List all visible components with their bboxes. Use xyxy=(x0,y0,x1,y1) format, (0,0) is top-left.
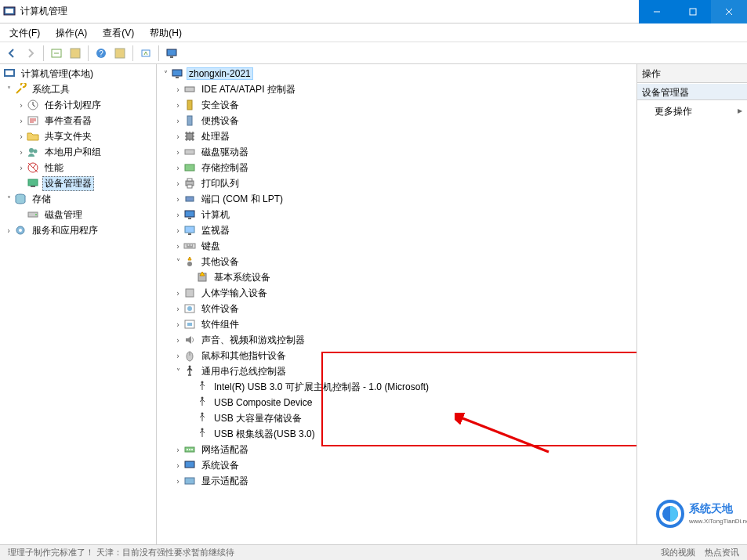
scan-button[interactable] xyxy=(137,45,154,62)
expander-icon[interactable]: ˅ xyxy=(172,367,183,376)
maximize-button[interactable] xyxy=(675,0,711,23)
expander-icon[interactable]: ˅ xyxy=(160,70,171,78)
device-other[interactable]: ˅其他设备 xyxy=(157,254,636,269)
expander-icon[interactable]: › xyxy=(172,211,183,219)
cpu-icon xyxy=(183,130,196,143)
expander-icon[interactable]: › xyxy=(16,117,27,125)
properties-button[interactable] xyxy=(67,45,84,62)
expander-icon[interactable]: › xyxy=(172,336,183,345)
svg-rect-42 xyxy=(188,218,191,219)
expander-icon[interactable]: › xyxy=(172,226,183,235)
device-computer[interactable]: ›计算机 xyxy=(157,207,636,222)
expander-icon[interactable]: › xyxy=(172,195,183,204)
device-software-dev[interactable]: ›软件设备 xyxy=(157,301,636,316)
expander-icon[interactable]: › xyxy=(172,132,183,141)
tree-storage[interactable]: ˅ 存储 xyxy=(0,191,156,207)
device-print-queue[interactable]: ›打印队列 xyxy=(157,175,636,191)
tree-services-apps[interactable]: › 服务和应用程序 xyxy=(0,222,156,238)
up-button[interactable] xyxy=(48,45,65,62)
watermark-title: 系统天地 xyxy=(688,502,734,515)
monitor-button[interactable] xyxy=(163,45,180,62)
device-system-devices[interactable]: ›系统设备 xyxy=(157,457,636,473)
expander-icon[interactable]: › xyxy=(172,179,183,188)
back-button[interactable] xyxy=(3,45,20,62)
tree-performance[interactable]: › 性能 xyxy=(0,160,156,175)
tree-task-scheduler[interactable]: › 任务计划程序 xyxy=(0,97,156,113)
tree-device-manager[interactable]: · 设备管理器 xyxy=(0,175,156,191)
tree-label: 存储 xyxy=(30,192,53,207)
expander-icon[interactable]: › xyxy=(16,148,27,157)
expander-icon[interactable]: › xyxy=(172,101,183,110)
close-button[interactable] xyxy=(711,0,747,23)
expander-icon[interactable]: › xyxy=(172,477,183,486)
device-security[interactable]: ›安全设备 xyxy=(157,97,636,113)
expander-icon[interactable]: › xyxy=(172,148,183,157)
tree-label: 软件设备 xyxy=(199,302,241,316)
device-usb-mass-storage[interactable]: ·USB 大容量存储设备 xyxy=(157,410,636,426)
svg-rect-23 xyxy=(31,186,35,187)
tree-system-tools[interactable]: ˅ 系统工具 xyxy=(0,81,156,97)
tree-disk-management[interactable]: · 磁盘管理 xyxy=(0,207,156,222)
svg-rect-34 xyxy=(187,133,193,139)
device-ide[interactable]: ›IDE ATA/ATAPI 控制器 xyxy=(157,81,636,97)
svg-text:?: ? xyxy=(99,49,103,58)
menu-help[interactable]: 帮助(H) xyxy=(142,24,190,42)
expander-icon[interactable]: ˅ xyxy=(3,195,14,204)
tree-label: 端口 (COM 和 LPT) xyxy=(199,192,285,207)
status-item[interactable]: 我的视频 xyxy=(661,547,695,550)
tree-event-viewer[interactable]: › 事件查看器 xyxy=(0,113,156,128)
device-portable[interactable]: ›便携设备 xyxy=(157,113,636,128)
expander-icon[interactable]: › xyxy=(3,226,14,235)
device-software-comp[interactable]: ›软件组件 xyxy=(157,316,636,332)
menu-action[interactable]: 操作(A) xyxy=(48,24,95,42)
device-ports[interactable]: ›端口 (COM 和 LPT) xyxy=(157,191,636,207)
menu-file[interactable]: 文件(F) xyxy=(2,24,48,42)
expander-icon[interactable]: › xyxy=(172,446,183,454)
svg-point-62 xyxy=(189,449,190,450)
expander-icon[interactable]: › xyxy=(172,320,183,329)
device-usb-intel[interactable]: ·Intel(R) USB 3.0 可扩展主机控制器 - 1.0 (Micros… xyxy=(157,379,636,395)
device-cpu[interactable]: ›处理器 xyxy=(157,128,636,144)
expander-icon[interactable]: › xyxy=(16,132,27,141)
expander-icon[interactable]: › xyxy=(16,164,27,172)
device-network[interactable]: ›网络适配器 xyxy=(157,442,636,457)
device-hid[interactable]: ›人体学输入设备 xyxy=(157,285,636,301)
menu-view[interactable]: 查看(V) xyxy=(95,24,142,42)
refresh-button[interactable] xyxy=(111,45,129,62)
left-tree-pane: 计算机管理(本地) ˅ 系统工具 › 任务计划程序 › 事件查看器 › 共享文件… xyxy=(0,64,157,550)
device-base-system[interactable]: ·基本系统设备 xyxy=(157,269,636,285)
device-storage-ctrl[interactable]: ›存储控制器 xyxy=(157,160,636,175)
forward-button[interactable] xyxy=(22,45,39,62)
device-root[interactable]: ˅ zhongxin-2021 xyxy=(157,66,636,81)
expander-icon[interactable]: › xyxy=(172,461,183,470)
device-monitor[interactable]: ›监视器 xyxy=(157,222,636,238)
device-sound[interactable]: ›声音、视频和游戏控制器 xyxy=(157,332,636,348)
expander-icon[interactable]: › xyxy=(172,164,183,172)
tree-local-users[interactable]: › 本地用户和组 xyxy=(0,144,156,160)
help-button[interactable]: ? xyxy=(92,45,110,62)
device-disk-drives[interactable]: ›磁盘驱动器 xyxy=(157,144,636,160)
svg-point-57 xyxy=(201,397,204,399)
device-usb-controllers[interactable]: ˅通用串行总线控制器 xyxy=(157,363,636,379)
expander-icon[interactable]: ˅ xyxy=(172,258,183,266)
device-usb-root-hub[interactable]: ·USB 根集线器(USB 3.0) xyxy=(157,426,636,442)
expander-icon[interactable]: › xyxy=(172,352,183,360)
more-actions-link[interactable]: 更多操作 ▸ xyxy=(637,100,747,123)
expander-icon[interactable]: › xyxy=(172,242,183,251)
minimize-button[interactable] xyxy=(639,0,675,23)
expander-icon[interactable]: › xyxy=(172,289,183,298)
status-item[interactable]: 热点资讯 xyxy=(705,547,739,550)
expander-icon[interactable]: › xyxy=(172,305,183,313)
device-usb-composite[interactable]: ·USB Composite Device xyxy=(157,395,636,410)
expander-icon[interactable]: ˅ xyxy=(3,85,14,94)
expander-icon[interactable]: › xyxy=(16,101,27,110)
expander-icon[interactable]: › xyxy=(172,85,183,94)
portable-icon xyxy=(183,114,196,127)
device-mouse[interactable]: ›鼠标和其他指针设备 xyxy=(157,348,636,363)
tree-shared-folders[interactable]: › 共享文件夹 xyxy=(0,128,156,144)
device-display[interactable]: ›显示适配器 xyxy=(157,473,636,489)
expander-icon[interactable]: › xyxy=(172,117,183,125)
device-keyboard[interactable]: ›键盘 xyxy=(157,238,636,254)
other-devices-icon xyxy=(183,255,196,268)
tree-root-computer-management[interactable]: 计算机管理(本地) xyxy=(0,66,156,81)
